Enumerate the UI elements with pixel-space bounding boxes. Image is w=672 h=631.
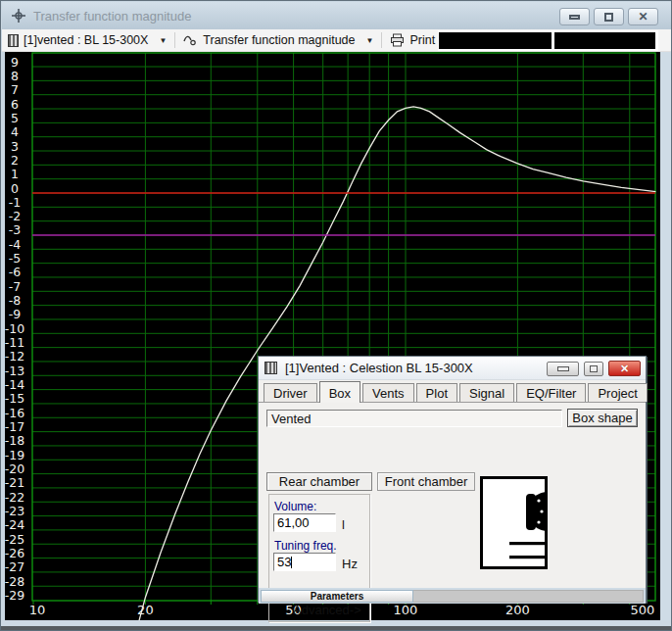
window-frame (660, 52, 672, 620)
advanced-link[interactable]: Advanced-> (293, 603, 361, 617)
chevron-down-icon: ▼ (366, 36, 374, 45)
tab-driver[interactable]: Driver (264, 383, 317, 402)
printer-icon (390, 33, 405, 47)
dialog-title: [1]Vented : Celestion BL 15-300X (285, 361, 473, 375)
box-parameters-dialog: [1]Vented : Celestion BL 15-300X ✕ Drive… (258, 356, 647, 603)
rear-chamber-tab[interactable]: Rear chamber (266, 472, 372, 491)
toolbar-separator (381, 32, 382, 48)
dialog-minimize-button[interactable] (547, 362, 579, 376)
tab-vents[interactable]: Vents (362, 383, 414, 402)
close-icon: ✕ (620, 364, 629, 374)
port-line (509, 542, 546, 545)
print-button[interactable]: Print (384, 29, 441, 51)
window-titlebar[interactable]: Transfer function magnitude ✕ (2, 2, 672, 29)
plot-type-dropdown[interactable]: Transfer function magnitude ▼ (177, 29, 379, 51)
volume-label: Volume: (274, 500, 316, 513)
restore-icon (604, 13, 613, 22)
dialog-tab-bar: DriverBoxVentsPlotSignalEQ/FilterProject (259, 380, 646, 402)
text-caret (291, 557, 292, 568)
close-icon: ✕ (638, 11, 648, 23)
port-line (509, 556, 546, 558)
tuning-freq-label: Tuning freq. (274, 539, 337, 553)
redacted-toolbar-field[interactable] (439, 32, 552, 49)
plot-type-label: Transfer function magnitude (203, 33, 355, 47)
minimize-button[interactable] (559, 8, 590, 25)
crosshair-icon (11, 8, 26, 24)
redacted-toolbar-field[interactable] (554, 32, 655, 49)
dialog-titlebar[interactable]: [1]Vented : Celestion BL 15-300X ✕ (259, 357, 646, 380)
tuning-freq-input[interactable]: 53 (273, 553, 336, 571)
minimize-icon (569, 15, 580, 20)
minimize-icon (557, 366, 569, 371)
close-button[interactable]: ✕ (628, 8, 658, 25)
project-selector-dropdown[interactable]: [1]vented : BL 15-300X ▼ (2, 29, 172, 51)
parameters-panel-toggle[interactable]: Parameters (261, 590, 413, 603)
tab-plot[interactable]: Plot (416, 383, 457, 402)
volume-unit: l (342, 517, 345, 532)
parameters-panel-filler (413, 590, 644, 603)
transfer-function-window: Transfer function magnitude ✕ [1]vented … (0, 0, 672, 631)
tuning-freq-unit: Hz (342, 557, 358, 571)
print-label: Print (409, 33, 435, 47)
dialog-close-button[interactable]: ✕ (608, 361, 641, 376)
window-title: Transfer function magnitude (33, 9, 191, 24)
dialog-icon (264, 362, 277, 374)
restore-button[interactable] (594, 8, 624, 25)
front-chamber-tab[interactable]: Front chamber (377, 472, 475, 491)
project-selector-label: [1]vented : BL 15-300X (24, 33, 148, 47)
tab-eq-filter[interactable]: EQ/Filter (516, 383, 586, 402)
box-type-field[interactable]: Vented (266, 410, 562, 427)
tab-signal[interactable]: Signal (459, 383, 514, 402)
parameters-panel-bar: Parameters (259, 588, 646, 604)
box-tab-content: Vented Box shape Rear chamber Front cham… (259, 402, 646, 587)
box-shape-button[interactable]: Box shape (567, 409, 638, 427)
tab-box[interactable]: Box (319, 381, 360, 403)
dialog-maximize-button[interactable] (584, 362, 603, 376)
speaker-box-drawing (480, 476, 549, 570)
toolbar: [1]vented : BL 15-300X ▼ Transfer functi… (2, 29, 672, 52)
toolbar-field-group (438, 30, 658, 51)
tab-project[interactable]: Project (588, 383, 647, 402)
chevron-down-icon: ▼ (159, 36, 167, 45)
project-icon (8, 34, 19, 47)
maximize-icon (590, 365, 598, 372)
toolbar-separator (174, 32, 175, 48)
sine-wave-icon (183, 34, 198, 47)
window-frame (1, 626, 672, 631)
volume-input[interactable]: 61,00 (273, 513, 336, 532)
